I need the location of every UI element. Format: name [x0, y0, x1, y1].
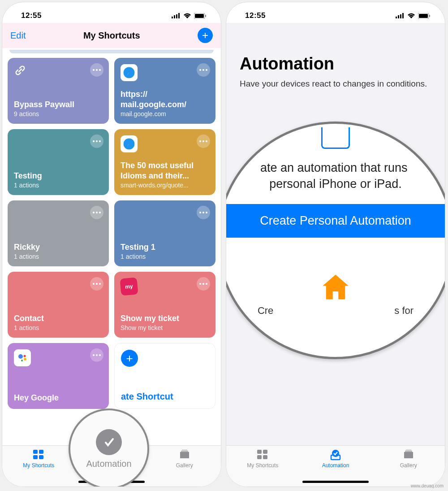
- svg-rect-21: [33, 455, 38, 459]
- gallery-icon: [178, 448, 191, 461]
- status-bar: 12:55: [2, 2, 221, 23]
- svg-point-16: [24, 355, 26, 357]
- more-button[interactable]: [90, 63, 103, 77]
- shortcut-card[interactable]: Rickky1 actions: [8, 200, 109, 266]
- more-button[interactable]: [197, 277, 210, 291]
- svg-rect-26: [398, 15, 399, 18]
- create-personal-automation-button[interactable]: Create Personal Automation: [226, 204, 445, 238]
- svg-rect-0: [172, 17, 173, 18]
- shortcut-subtitle: 1 actions: [121, 253, 209, 260]
- shortcut-subtitle: Show my ticket: [121, 324, 209, 331]
- shortcut-title: Bypass Paywall: [14, 100, 103, 110]
- tab-label: Automation: [322, 462, 349, 469]
- shortcut-card[interactable]: myShow my ticketShow my ticket: [114, 272, 215, 338]
- shortcut-subtitle: 1 actions: [14, 253, 103, 260]
- status-bar: 12:55: [226, 2, 445, 23]
- shortcut-title: Hey Google: [14, 393, 103, 403]
- shortcut-card[interactable]: https:// mail.google.com/mail.google.com: [114, 58, 215, 124]
- home-icon: [320, 274, 351, 300]
- status-time: 12:55: [245, 11, 266, 20]
- shortcut-subtitle: smart-words.org/quote...: [121, 182, 209, 189]
- tab-label: My Shortcuts: [247, 462, 278, 469]
- tab-my-shortcuts[interactable]: My Shortcuts: [2, 448, 75, 487]
- more-button[interactable]: [197, 63, 210, 77]
- cellular-icon: [172, 13, 181, 18]
- svg-point-15: [18, 354, 23, 359]
- page-title: Automation: [240, 23, 431, 74]
- more-button[interactable]: [197, 206, 210, 219]
- gallery-icon: [402, 448, 415, 461]
- more-button[interactable]: [197, 135, 210, 148]
- card-sliver: [9, 50, 214, 53]
- svg-rect-32: [257, 450, 262, 454]
- more-button[interactable]: [90, 135, 103, 148]
- grid-icon: [256, 448, 269, 461]
- svg-point-18: [21, 360, 23, 361]
- svg-rect-33: [263, 450, 267, 454]
- assistant-icon: [14, 349, 31, 366]
- svg-rect-3: [178, 13, 180, 18]
- battery-icon: [418, 13, 431, 19]
- edit-button[interactable]: Edit: [10, 30, 26, 41]
- watermark: www.deuaq.com: [411, 483, 444, 488]
- shortcuts-grid-container: Bypass Paywall9 actionshttps:// mail.goo…: [2, 48, 221, 446]
- shortcut-title: Rickky: [14, 242, 103, 252]
- svg-rect-20: [39, 450, 43, 454]
- svg-rect-1: [174, 15, 175, 18]
- zoom-clipped-text: Cre s for: [258, 305, 414, 317]
- app-icon: my: [120, 277, 138, 295]
- shortcut-card[interactable]: +ate Shortcut: [114, 343, 215, 409]
- grid-icon: [32, 448, 45, 461]
- cellular-icon: [396, 13, 405, 18]
- shortcut-title: Testing: [14, 171, 103, 181]
- more-button[interactable]: [90, 348, 103, 362]
- svg-rect-30: [419, 14, 428, 18]
- shortcut-title: https:// mail.google.com/: [121, 89, 209, 109]
- shortcut-card[interactable]: Bypass Paywall9 actions: [8, 58, 109, 124]
- add-shortcut-button[interactable]: +: [198, 28, 213, 43]
- zoom-highlight-automation-tab: Automation: [69, 408, 149, 487]
- status-time: 12:55: [21, 11, 42, 20]
- svg-rect-35: [263, 455, 267, 459]
- more-button[interactable]: [90, 277, 103, 291]
- tab-my-shortcuts[interactable]: My Shortcuts: [226, 448, 299, 487]
- svg-rect-22: [39, 455, 43, 459]
- status-icons: [172, 13, 207, 19]
- shortcut-title: Contact: [14, 313, 103, 324]
- shortcut-card[interactable]: Testing 11 actions: [114, 200, 215, 266]
- shortcut-title: The 50 most useful Idioms and their...: [121, 161, 209, 181]
- shortcut-title: Show my ticket: [121, 313, 209, 324]
- plus-icon: +: [121, 350, 138, 367]
- shortcut-title: ate Shortcut: [121, 391, 209, 402]
- phone-automation: 12:55 Automation Have your devices react…: [226, 2, 445, 487]
- svg-rect-25: [396, 17, 397, 18]
- svg-rect-6: [205, 15, 206, 17]
- tab-label: Gallery: [400, 462, 417, 469]
- safari-icon: [121, 135, 138, 152]
- more-button[interactable]: [90, 206, 103, 219]
- shortcut-subtitle: 1 actions: [14, 324, 103, 331]
- tab-gallery[interactable]: Gallery: [372, 448, 445, 487]
- shortcuts-grid: Bypass Paywall9 actionshttps:// mail.goo…: [8, 58, 215, 409]
- shortcut-card[interactable]: The 50 most useful Idioms and their...sm…: [114, 129, 215, 195]
- tab-gallery[interactable]: Gallery: [148, 448, 221, 487]
- shortcut-subtitle: mail.google.com: [121, 110, 209, 117]
- shortcut-card[interactable]: Testing1 actions: [8, 129, 109, 195]
- svg-rect-31: [429, 15, 430, 17]
- tab-label: My Shortcuts: [23, 462, 54, 469]
- svg-point-17: [24, 358, 26, 361]
- home-indicator[interactable]: [302, 481, 369, 483]
- svg-rect-19: [33, 450, 38, 454]
- shortcut-card[interactable]: Hey Google: [8, 343, 109, 409]
- shortcut-card[interactable]: Contact1 actions: [8, 272, 109, 338]
- phone-shortcuts: 12:55 Edit My Shortcuts + Bypass Paywall…: [2, 2, 221, 487]
- safari-icon: [121, 64, 138, 81]
- svg-rect-34: [257, 455, 262, 459]
- battery-icon: [194, 13, 207, 19]
- page-subtitle: Have your devices react to changes in co…: [240, 78, 431, 90]
- tab-label: Gallery: [176, 462, 193, 469]
- shortcut-subtitle: 1 actions: [14, 182, 103, 189]
- shortcut-subtitle: 9 actions: [14, 110, 103, 117]
- zoom-highlight-create-personal: ate an automation that runs personal iPh…: [226, 122, 445, 359]
- svg-rect-28: [402, 13, 404, 18]
